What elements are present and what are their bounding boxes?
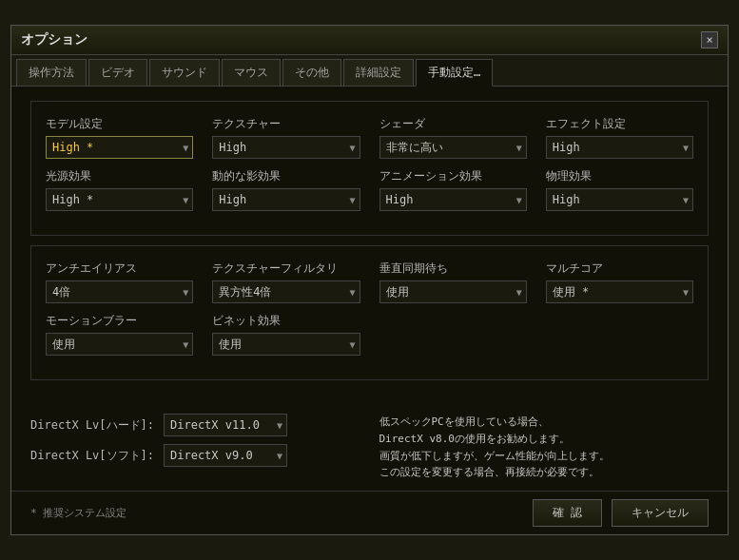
tab-other[interactable]: その他 [282,59,341,86]
motionblur-select-wrapper: 使用 ▼ [46,333,193,356]
texture-field: テクスチャー High ▼ [212,116,360,159]
animation-label: アニメーション効果 [379,168,527,184]
model-select-wrapper: High * ▼ [46,136,193,159]
shader-label: シェーダ [379,116,527,132]
animation-select-wrapper: High ▼ [379,188,527,211]
vsync-field: 垂直同期待ち 使用 ▼ [379,261,527,303]
vignette-select-wrapper: 使用 ▼ [212,333,360,356]
animation-select[interactable]: High [379,188,527,211]
animation-field: アニメーション効果 High ▼ [379,168,527,211]
physics-select[interactable]: High [546,188,693,211]
footer-note: 低スペックPCを使用している場合、 DirectX v8.0の使用をお勧めします… [379,414,710,480]
advanced-row-1: アンチエイリアス 4倍 ▼ テクスチャーフィルタリ 異方性4倍 ▼ [46,261,693,303]
vignette-field: ビネット効果 使用 ▼ [212,313,360,356]
button-group: 確 認 キャンセル [533,499,709,527]
cancel-button[interactable]: キャンセル [612,499,709,527]
tab-mouse[interactable]: マウス [222,59,281,86]
advanced-section: アンチエイリアス 4倍 ▼ テクスチャーフィルタリ 異方性4倍 ▼ [30,245,709,380]
placeholder-3 [379,313,527,356]
vsync-select-wrapper: 使用 ▼ [379,280,527,303]
tab-video[interactable]: ビデオ [88,59,147,86]
texfilter-select-wrapper: 異方性4倍 ▼ [212,280,360,303]
texture-select[interactable]: High [212,136,360,159]
directx-section: DirectX Lv[ハード]: DirectX v11.0 ▼ DirectX… [30,414,360,467]
motionblur-select[interactable]: 使用 [46,333,193,356]
directx-soft-label: DirectX Lv[ソフト]: [30,448,154,464]
vsync-select[interactable]: 使用 [379,280,527,303]
graphics-row-2: 光源効果 High * ▼ 動的な影効果 High ▼ [46,168,693,211]
model-select[interactable]: High * [46,136,193,159]
antialias-field: アンチエイリアス 4倍 ▼ [46,261,193,303]
antialias-select-wrapper: 4倍 ▼ [46,280,193,303]
tab-content: モデル設定 High * ▼ テクスチャー High ▼ [11,87,728,404]
directx-soft-select-wrapper: DirectX v9.0 ▼ [164,444,287,467]
motionblur-field: モーションブラー 使用 ▼ [46,313,193,356]
physics-label: 物理効果 [546,168,693,184]
physics-select-wrapper: High ▼ [546,188,693,211]
advanced-row-2: モーションブラー 使用 ▼ ビネット効果 使用 ▼ [46,313,693,356]
texfilter-select[interactable]: 異方性4倍 [212,280,360,303]
effect-select[interactable]: High [546,136,693,159]
light-field: 光源効果 High * ▼ [46,168,193,211]
model-label: モデル設定 [46,116,193,132]
tab-manual[interactable]: 手動設定… [416,59,493,87]
vsync-label: 垂直同期待ち [379,261,527,277]
shader-select[interactable]: 非常に高い [379,136,527,159]
footer: DirectX Lv[ハード]: DirectX v11.0 ▼ DirectX… [11,404,728,490]
recommend-text: * 推奨システム設定 [30,506,126,520]
directx-soft-select[interactable]: DirectX v9.0 [164,444,287,467]
texture-select-wrapper: High ▼ [212,136,360,159]
effect-label: エフェクト設定 [546,116,693,132]
shader-field: シェーダ 非常に高い ▼ [379,116,527,159]
graphics-row-1: モデル設定 High * ▼ テクスチャー High ▼ [46,116,693,159]
directx-hard-label: DirectX Lv[ハード]: [30,417,154,434]
multicore-field: マルチコア 使用 * ▼ [546,261,693,303]
shadow-label: 動的な影効果 [212,168,360,184]
directx-soft-row: DirectX Lv[ソフト]: DirectX v9.0 ▼ [30,444,360,467]
multicore-select[interactable]: 使用 * [546,280,693,303]
vignette-label: ビネット効果 [212,313,360,329]
model-field: モデル設定 High * ▼ [46,116,193,159]
shadow-select[interactable]: High [212,188,360,211]
multicore-select-wrapper: 使用 * ▼ [546,280,693,303]
tab-bar: 操作方法 ビデオ サウンド マウス その他 詳細設定 手動設定… [11,55,728,87]
graphics-section: モデル設定 High * ▼ テクスチャー High ▼ [30,101,709,236]
effect-field: エフェクト設定 High ▼ [546,116,693,159]
light-select-wrapper: High * ▼ [46,188,193,211]
texfilter-label: テクスチャーフィルタリ [212,261,360,277]
confirm-button[interactable]: 確 認 [533,499,602,527]
placeholder-4 [546,313,693,356]
antialias-label: アンチエイリアス [46,261,193,277]
tab-detail[interactable]: 詳細設定 [343,59,414,86]
options-dialog: オプション × 操作方法 ビデオ サウンド マウス その他 詳細設定 手動設定…… [10,25,729,534]
tab-controls[interactable]: 操作方法 [16,59,87,86]
vignette-select[interactable]: 使用 [212,333,360,356]
title-bar: オプション × [11,26,728,55]
bottom-bar: * 推奨システム設定 確 認 キャンセル [11,491,728,534]
shader-select-wrapper: 非常に高い ▼ [379,136,527,159]
texture-label: テクスチャー [212,116,360,132]
effect-select-wrapper: High ▼ [546,136,693,159]
multicore-label: マルチコア [546,261,693,277]
light-select[interactable]: High * [46,188,193,211]
texfilter-field: テクスチャーフィルタリ 異方性4倍 ▼ [212,261,360,303]
antialias-select[interactable]: 4倍 [46,280,193,303]
shadow-field: 動的な影効果 High ▼ [212,168,360,211]
shadow-select-wrapper: High ▼ [212,188,360,211]
directx-hard-row: DirectX Lv[ハード]: DirectX v11.0 ▼ [30,414,360,436]
close-button[interactable]: × [701,31,718,48]
tab-sound[interactable]: サウンド [149,59,220,86]
physics-field: 物理効果 High ▼ [546,168,693,211]
motionblur-label: モーションブラー [46,313,193,329]
light-label: 光源効果 [46,168,193,184]
directx-hard-select[interactable]: DirectX v11.0 [164,414,287,436]
dialog-title: オプション [21,31,88,48]
directx-hard-select-wrapper: DirectX v11.0 ▼ [164,414,287,436]
